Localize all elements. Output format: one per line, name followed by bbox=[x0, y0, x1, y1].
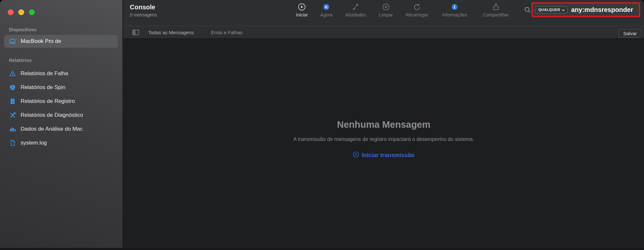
sidebar-item-label: Relatórios de Registro bbox=[21, 98, 75, 105]
sidebar-item-label: Relatórios de Falha bbox=[21, 70, 68, 77]
start-button[interactable]: Iniciar bbox=[296, 3, 308, 17]
activities-button-label: Atividades bbox=[345, 12, 366, 17]
save-button[interactable]: Salvar bbox=[619, 29, 641, 37]
now-button-label: Agora bbox=[320, 12, 332, 17]
activities-icon bbox=[352, 3, 360, 11]
sidebar-item-log-reports[interactable]: Relatórios de Registro bbox=[4, 94, 118, 108]
message-list-empty-state: Nenhuma Mensagem A transmissão de mensag… bbox=[123, 39, 644, 248]
svg-text:K: K bbox=[325, 5, 328, 9]
bar-chart-icon bbox=[9, 125, 16, 133]
toolbar: Console 0 mensagens Iniciar K bbox=[123, 0, 644, 26]
now-button[interactable]: K Agora bbox=[320, 3, 332, 17]
play-circle-icon bbox=[353, 151, 359, 159]
chevron-down-icon bbox=[562, 7, 565, 13]
list-document-icon bbox=[9, 98, 16, 105]
reload-icon bbox=[413, 3, 421, 11]
window-title: Console 0 mensagens bbox=[130, 4, 157, 17]
reload-button[interactable]: Recarregar bbox=[406, 3, 428, 17]
info-button[interactable]: Informações bbox=[442, 3, 467, 17]
close-window-button[interactable] bbox=[8, 9, 14, 15]
sidebar-item-label: Relatórios de Spin bbox=[21, 84, 65, 91]
share-button-label: Compartilhar bbox=[483, 12, 509, 17]
info-icon bbox=[450, 3, 458, 11]
laptop-icon bbox=[9, 38, 16, 45]
activities-button[interactable]: Atividades bbox=[345, 3, 366, 17]
sidebar-item-macbook-pro[interactable]: MacBook Pro de bbox=[4, 35, 118, 48]
sidebar-item-label: system.log bbox=[21, 140, 47, 146]
fan-icon bbox=[9, 84, 16, 91]
console-window: Dispositivos MacBook Pro de Relatórios bbox=[0, 0, 644, 250]
clear-icon bbox=[382, 3, 390, 11]
play-circle-icon bbox=[298, 3, 306, 11]
sidebar-toggle-button[interactable] bbox=[132, 30, 139, 36]
search-filter-token-label: QUALQUER bbox=[538, 8, 560, 12]
sidebar-section-devices: Dispositivos bbox=[9, 27, 37, 32]
info-button-label: Informações bbox=[442, 12, 467, 17]
document-icon bbox=[9, 139, 16, 146]
clear-button-label: Limpar bbox=[379, 12, 393, 17]
start-streaming-link-label: Iniciar transmissão bbox=[361, 152, 414, 159]
sidebar-item-label: Relatórios de Diagnóstico bbox=[21, 112, 83, 118]
sidebar-item-label: Dados de Análise do Mac bbox=[21, 126, 83, 132]
filter-bar: Todas as Mensagens Erros e Falhas Salvar bbox=[123, 26, 644, 39]
warning-icon bbox=[9, 70, 16, 77]
minimize-window-button[interactable] bbox=[18, 9, 24, 15]
start-streaming-link[interactable]: Iniciar transmissão bbox=[123, 151, 644, 159]
page-title: Console bbox=[130, 4, 157, 11]
search-query-text: any:mdnsresponder bbox=[571, 6, 633, 14]
search-field[interactable]: QUALQUER any:mdnsresponder bbox=[532, 2, 640, 17]
sidebar-item-diagnostic-reports[interactable]: Relatórios de Diagnóstico bbox=[4, 108, 118, 122]
tab-errors-and-faults[interactable]: Erros e Falhas bbox=[211, 30, 243, 35]
sidebar: Dispositivos MacBook Pro de Relatórios bbox=[0, 0, 123, 250]
sidebar-item-mac-analytics[interactable]: Dados de Análise do Mac bbox=[4, 122, 118, 136]
share-icon bbox=[492, 3, 500, 11]
empty-state-subtitle: A transmissão de mensagens de registro i… bbox=[123, 136, 644, 142]
empty-state-title: Nenhuma Mensagem bbox=[123, 119, 644, 130]
sidebar-report-list: Relatórios de Falha Relatórios de Spin bbox=[4, 66, 118, 150]
tools-icon bbox=[9, 112, 16, 119]
message-count: 0 mensagens bbox=[130, 12, 157, 17]
reload-button-label: Recarregar bbox=[406, 12, 428, 17]
zoom-window-button[interactable] bbox=[29, 9, 35, 15]
window-bottom-edge bbox=[0, 248, 644, 250]
window-controls bbox=[8, 9, 35, 15]
share-button[interactable]: Compartilhar bbox=[483, 3, 509, 17]
sidebar-item-label: MacBook Pro de bbox=[21, 38, 61, 45]
clear-button[interactable]: Limpar bbox=[379, 3, 393, 17]
sidebar-section-reports: Relatórios bbox=[9, 58, 32, 63]
sidebar-item-system-log[interactable]: system.log bbox=[4, 136, 118, 150]
search-filter-token[interactable]: QUALQUER bbox=[535, 6, 568, 14]
tab-all-messages[interactable]: Todas as Mensagens bbox=[148, 30, 194, 35]
start-button-label: Iniciar bbox=[296, 12, 308, 17]
main-pane: Console 0 mensagens Iniciar K bbox=[123, 0, 644, 250]
sidebar-item-spin-reports[interactable]: Relatórios de Spin bbox=[4, 80, 118, 94]
now-icon: K bbox=[322, 3, 330, 11]
sidebar-item-crash-reports[interactable]: Relatórios de Falha bbox=[4, 66, 118, 80]
search-icon bbox=[524, 6, 532, 15]
